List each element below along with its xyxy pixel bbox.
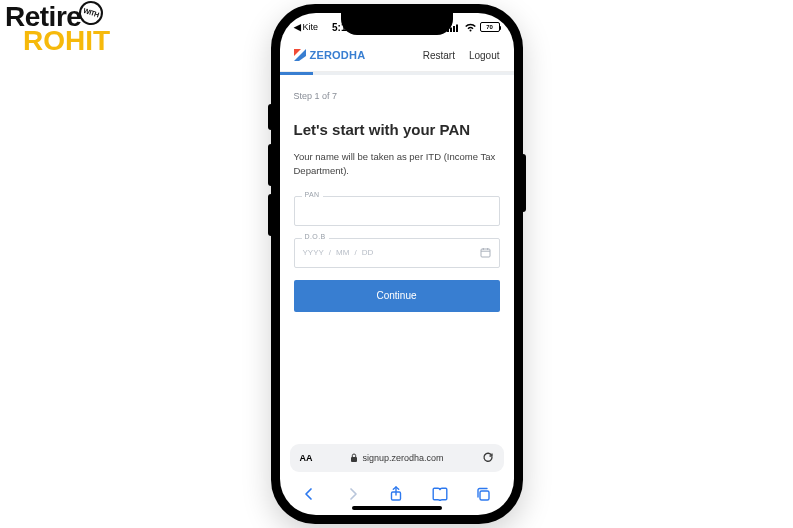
text-size-button[interactable]: AA bbox=[300, 453, 313, 463]
volume-down-button bbox=[268, 194, 271, 236]
svg-rect-6 bbox=[481, 249, 490, 257]
wifi-icon bbox=[464, 23, 477, 32]
svg-rect-10 bbox=[351, 457, 357, 462]
svg-marker-5 bbox=[294, 49, 301, 56]
phone-notch bbox=[341, 13, 453, 35]
zerodha-brand-text: ZERODHA bbox=[310, 49, 366, 61]
progress-fill bbox=[280, 72, 313, 75]
app-header: ZERODHA Restart Logout bbox=[280, 39, 514, 72]
pan-label: PAN bbox=[302, 191, 323, 198]
mute-switch bbox=[268, 104, 271, 130]
home-indicator[interactable] bbox=[352, 506, 442, 510]
dob-dd-placeholder: DD bbox=[362, 248, 374, 257]
progress-bar bbox=[280, 72, 514, 75]
zerodha-mark-icon bbox=[294, 49, 306, 61]
dob-sep-1: / bbox=[329, 248, 331, 257]
page-subtext: Your name will be taken as per ITD (Inco… bbox=[294, 150, 500, 178]
dob-yyyy-placeholder: YYYY bbox=[303, 248, 324, 257]
power-button bbox=[523, 154, 526, 212]
dob-field: D.O.B YYYY / MM / DD bbox=[294, 238, 500, 268]
lock-icon bbox=[350, 453, 358, 464]
battery-percent: 70 bbox=[486, 24, 493, 30]
continue-button[interactable]: Continue bbox=[294, 280, 500, 312]
calendar-icon[interactable] bbox=[480, 244, 491, 262]
brand-retire-text: Retire WITH bbox=[5, 5, 125, 29]
dob-label: D.O.B bbox=[302, 233, 329, 240]
content-area: Step 1 of 7 Let's start with your PAN Yo… bbox=[280, 75, 514, 444]
retire-with-rohit-logo: Retire WITH ROHIT bbox=[5, 5, 125, 53]
svg-rect-12 bbox=[480, 491, 489, 500]
safari-share-button[interactable] bbox=[382, 483, 410, 505]
continue-label: Continue bbox=[376, 290, 416, 301]
step-label: Step 1 of 7 bbox=[294, 91, 500, 101]
svg-rect-2 bbox=[453, 26, 455, 32]
safari-bookmarks-button[interactable] bbox=[426, 483, 454, 505]
dob-sep-2: / bbox=[354, 248, 356, 257]
reload-icon[interactable] bbox=[482, 451, 494, 466]
brand-rohit-text: ROHIT bbox=[23, 29, 125, 53]
svg-rect-3 bbox=[456, 24, 458, 32]
status-back-icon[interactable]: ◀ bbox=[294, 22, 301, 32]
page-title: Let's start with your PAN bbox=[294, 121, 500, 138]
battery-icon: 70 bbox=[480, 22, 500, 32]
restart-link[interactable]: Restart bbox=[423, 50, 455, 61]
safari-forward-button[interactable] bbox=[339, 483, 367, 505]
pan-field: PAN bbox=[294, 196, 500, 226]
phone-screen: ◀ Kite 5:12 70 ZERODHA bbox=[280, 13, 514, 515]
safari-back-button[interactable] bbox=[295, 483, 323, 505]
zerodha-logo[interactable]: ZERODHA bbox=[294, 49, 366, 61]
safari-tabs-button[interactable] bbox=[470, 483, 498, 505]
safari-url-bar[interactable]: AA signup.zerodha.com bbox=[290, 444, 504, 472]
phone-frame: ◀ Kite 5:12 70 ZERODHA bbox=[271, 4, 523, 524]
status-back-app-label[interactable]: Kite bbox=[303, 22, 319, 32]
url-host: signup.zerodha.com bbox=[362, 453, 443, 463]
pan-input[interactable] bbox=[294, 196, 500, 226]
logout-link[interactable]: Logout bbox=[469, 50, 500, 61]
dob-mm-placeholder: MM bbox=[336, 248, 349, 257]
dob-input[interactable]: YYYY / MM / DD bbox=[294, 238, 500, 268]
volume-up-button bbox=[268, 144, 271, 186]
